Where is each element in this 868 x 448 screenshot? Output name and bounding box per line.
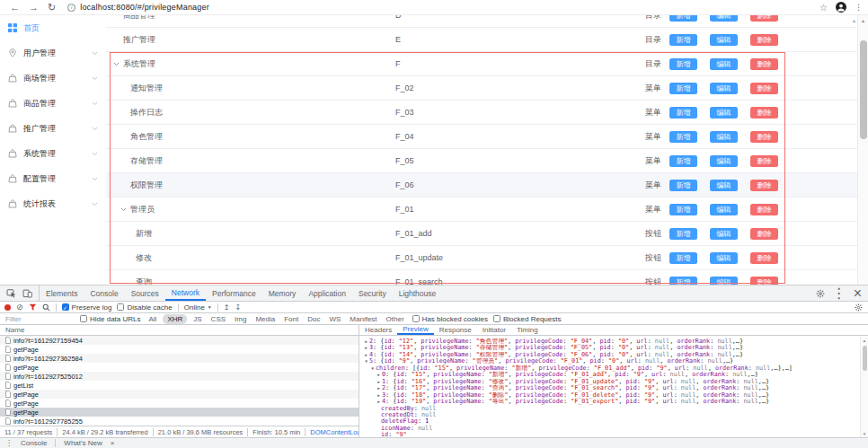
filter-type-css[interactable]: CSS — [208, 315, 228, 323]
table-row[interactable]: 存储管理 F_05 菜单 新增 编辑 删除 — [106, 149, 857, 173]
json-tree-line[interactable]: createdDt: null — [359, 412, 860, 418]
table-row[interactable]: 通知管理 F_02 菜单 新增 编辑 删除 — [106, 76, 857, 101]
edit-button[interactable]: 编辑 — [710, 131, 738, 143]
delete-button[interactable]: 删除 — [750, 15, 778, 22]
delete-button[interactable]: 删除 — [750, 180, 778, 191]
has-blocked-cookies-checkbox[interactable]: Has blocked cookies — [412, 315, 488, 323]
delete-button[interactable]: 删除 — [750, 204, 778, 215]
detail-tab-timing[interactable]: Timing — [511, 325, 544, 335]
request-row[interactable]: getList — [0, 381, 359, 390]
drawer-console-tab[interactable]: Console — [21, 439, 47, 447]
drawer-menu-icon[interactable]: ⋮ — [5, 439, 13, 447]
expand-arrow-icon[interactable]: ▶ — [376, 385, 382, 391]
delete-button[interactable]: 删除 — [750, 107, 778, 119]
sidebar-item-系统管理[interactable]: 系统管理 — [0, 141, 106, 166]
request-list-header[interactable]: Name — [0, 325, 359, 336]
scrollbar-thumb[interactable] — [863, 346, 867, 371]
expand-arrow-icon[interactable]: ▶ — [376, 392, 382, 399]
export-har-icon[interactable]: ↧ — [235, 303, 242, 312]
expand-arrow-icon[interactable]: ▶ — [363, 338, 369, 345]
devtools-tab-memory[interactable]: Memory — [262, 285, 303, 301]
expand-caret-icon[interactable] — [120, 207, 127, 212]
devtools-tab-sources[interactable]: Sources — [125, 285, 165, 301]
request-row[interactable]: info?t=1612927159454 — [0, 336, 359, 345]
edit-button[interactable]: 编辑 — [710, 107, 738, 119]
json-tree-line[interactable]: iconName: null — [359, 426, 860, 432]
sidebar-item-配置管理[interactable]: 配置管理 — [0, 166, 106, 191]
detail-tab-response[interactable]: Response — [434, 325, 477, 335]
expand-arrow-icon[interactable]: ▶ — [363, 352, 369, 358]
detail-tab-preview[interactable]: Preview — [397, 325, 433, 335]
sidebar-item-首页[interactable]: 首页 — [0, 15, 106, 40]
sidebar-item-商品管理[interactable]: 商品管理 — [0, 91, 106, 116]
sidebar-item-推广管理[interactable]: 推广管理 — [0, 116, 106, 141]
filter-type-manifest[interactable]: Manifest — [347, 315, 379, 323]
drawer-whats-new-tab[interactable]: What's New — [64, 439, 102, 447]
sidebar-item-统计报表[interactable]: 统计报表 — [0, 191, 106, 216]
scroll-up-icon[interactable]: ▲ — [858, 15, 868, 23]
devtools-tab-application[interactable]: Application — [302, 285, 352, 301]
json-tree-line[interactable]: deleteFlag: 1 — [359, 418, 860, 425]
preview-scrollbar[interactable]: ▲ ▼ — [860, 337, 868, 438]
add-button[interactable]: 新增 — [669, 107, 697, 119]
add-button[interactable]: 新增 — [669, 277, 697, 285]
detail-tab-initiator[interactable]: Initiator — [477, 325, 511, 335]
filter-type-font[interactable]: Font — [281, 315, 301, 323]
request-row[interactable]: info?t=1612927525012 — [0, 372, 359, 381]
delete-button[interactable]: 删除 — [750, 131, 778, 143]
record-network-log-icon[interactable] — [4, 304, 11, 311]
devtools-tab-performance[interactable]: Performance — [206, 285, 262, 301]
filter-type-all[interactable]: All — [146, 315, 159, 323]
delete-button[interactable]: 删除 — [750, 277, 778, 285]
scrollbar-thumb[interactable] — [860, 40, 867, 139]
scroll-down-icon[interactable]: ▼ — [861, 432, 868, 436]
filter-icon[interactable] — [29, 303, 37, 312]
delete-button[interactable]: 删除 — [750, 155, 778, 167]
throttling-dropdown[interactable]: Online▼ — [184, 303, 212, 312]
add-button[interactable]: 新增 — [669, 131, 697, 143]
devtools-settings-gear-icon[interactable] — [816, 289, 825, 298]
edit-button[interactable]: 编辑 — [710, 277, 738, 285]
request-row[interactable]: getPage — [0, 390, 359, 399]
add-button[interactable]: 新增 — [669, 58, 697, 70]
filter-type-img[interactable]: Img — [232, 315, 249, 323]
import-har-icon[interactable]: ↥ — [224, 303, 230, 312]
add-button[interactable]: 新增 — [669, 83, 697, 94]
edit-button[interactable]: 编辑 — [710, 252, 738, 264]
clear-network-log-icon[interactable]: ⊘ — [16, 303, 23, 312]
filter-type-js[interactable]: JS — [190, 315, 204, 323]
devtools-menu-icon[interactable]: ⋮ — [832, 285, 846, 302]
request-row[interactable]: getPage — [0, 408, 359, 417]
edit-button[interactable]: 编辑 — [710, 228, 738, 240]
browser-menu-icon[interactable]: ⋮ — [855, 3, 863, 12]
blocked-requests-checkbox[interactable]: Blocked Requests — [493, 315, 561, 323]
filter-input[interactable] — [4, 314, 75, 324]
table-row[interactable]: 操作日志 F_03 菜单 新增 编辑 删除 — [106, 101, 857, 125]
request-row[interactable]: info?t=1612927785255 — [0, 417, 359, 426]
filter-type-ws[interactable]: WS — [326, 315, 343, 323]
expand-arrow-icon[interactable]: ▶ — [376, 379, 382, 385]
table-row[interactable]: 商品管理 D 目录 新增 编辑 删除 — [106, 15, 857, 28]
address-bar[interactable]: localhost:8080/#/privilegeManager — [80, 3, 209, 12]
delete-button[interactable]: 删除 — [750, 228, 778, 240]
delete-button[interactable]: 删除 — [750, 252, 778, 264]
devtools-close-icon[interactable]: × — [854, 285, 862, 302]
filter-type-xhr[interactable]: XHR — [163, 314, 187, 324]
request-row[interactable]: getPage — [0, 399, 359, 408]
edit-button[interactable]: 编辑 — [710, 83, 738, 94]
add-button[interactable]: 新增 — [669, 15, 697, 22]
edit-button[interactable]: 编辑 — [710, 204, 738, 215]
device-toolbar-icon[interactable] — [22, 288, 32, 298]
add-button[interactable]: 新增 — [669, 34, 697, 46]
delete-button[interactable]: 删除 — [750, 34, 778, 46]
filter-type-doc[interactable]: Doc — [305, 315, 323, 323]
table-row[interactable]: 新增 F_01_add 按钮 新增 编辑 删除 — [106, 222, 857, 246]
network-settings-gear-icon[interactable] — [855, 303, 863, 312]
devtools-tab-security[interactable]: Security — [352, 285, 393, 301]
bookmark-star-icon[interactable]: ☆ — [819, 3, 828, 13]
devtools-tab-console[interactable]: Console — [84, 285, 124, 301]
request-row[interactable]: getPage — [0, 363, 359, 372]
add-button[interactable]: 新增 — [669, 228, 697, 240]
expand-arrow-icon[interactable]: ▶ — [363, 345, 369, 351]
table-row[interactable]: 系统管理 F 目录 新增 编辑 删除 — [106, 52, 857, 76]
